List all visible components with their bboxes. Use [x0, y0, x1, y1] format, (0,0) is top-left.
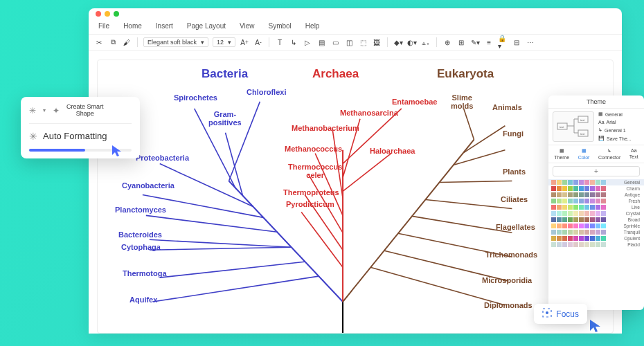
color-swatch[interactable]	[551, 236, 556, 241]
color-swatch[interactable]	[601, 224, 606, 228]
pointer-tool-icon[interactable]: ▷	[303, 37, 312, 47]
color-swatch[interactable]	[568, 180, 573, 185]
color-swatch[interactable]	[562, 230, 567, 235]
smart-shape-icon[interactable]: ✦	[53, 106, 60, 116]
color-swatch[interactable]	[573, 236, 578, 241]
lock-icon[interactable]: 🔒▾	[498, 37, 508, 47]
color-swatch[interactable]	[590, 211, 595, 216]
palette-row[interactable]: Crystal	[548, 210, 644, 217]
color-swatch[interactable]	[590, 186, 595, 191]
color-swatch[interactable]	[562, 236, 567, 241]
zoom-icon[interactable]: ⊕	[442, 37, 452, 47]
color-swatch[interactable]	[568, 199, 573, 203]
color-swatch[interactable]	[562, 242, 567, 247]
palette-row[interactable]: General	[548, 179, 644, 185]
color-swatch[interactable]	[584, 236, 589, 241]
leaf-thermotoga[interactable]: Thermotoga	[123, 269, 167, 277]
line-style-icon[interactable]: ✎▾	[470, 37, 480, 47]
leaf-animals[interactable]: Animals	[492, 103, 522, 111]
leaf-planctomyces[interactable]: Planctomyces	[115, 206, 166, 214]
color-swatch[interactable]	[568, 211, 573, 216]
color-swatch[interactable]	[568, 224, 573, 228]
color-swatch[interactable]	[551, 180, 556, 185]
color-swatch[interactable]	[579, 205, 584, 210]
color-swatch[interactable]	[579, 224, 584, 228]
leaf-entamoebae[interactable]: Entamoebae	[392, 98, 437, 106]
color-swatch[interactable]	[573, 180, 578, 185]
leaf-bacteroides[interactable]: Bacteroides	[118, 230, 162, 239]
color-swatch[interactable]	[601, 205, 606, 210]
palette-row[interactable]: Live	[548, 204, 644, 210]
align-icon[interactable]: ≡	[484, 37, 494, 47]
leaf-diplomonads[interactable]: Diplomonads	[484, 301, 533, 309]
color-swatch[interactable]	[596, 230, 600, 235]
leaf-proteobacteria[interactable]: Proteobacteria	[136, 154, 189, 162]
color-swatch[interactable]	[568, 236, 573, 241]
color-swatch[interactable]	[601, 217, 606, 222]
theme-opt-save[interactable]: 💾Save The...	[598, 136, 632, 141]
layers-icon[interactable]: ▤	[316, 37, 326, 47]
fill-color-icon[interactable]: ◆▾	[393, 37, 403, 47]
color-swatch[interactable]	[601, 211, 606, 216]
menu-home[interactable]: Home	[123, 22, 142, 30]
shape-tool-icon[interactable]: ▭	[330, 37, 340, 47]
palette-row[interactable]: Placid	[548, 242, 644, 248]
color-swatch[interactable]	[590, 192, 595, 197]
color-swatch[interactable]	[584, 224, 589, 228]
color-swatch[interactable]	[596, 186, 600, 191]
copy-icon[interactable]: ⧉	[108, 37, 118, 47]
theme-opt-general[interactable]: ▦General	[598, 111, 632, 117]
crop-icon[interactable]: ⟁▾	[421, 37, 431, 47]
leaf-aquifex[interactable]: Aquifex	[129, 295, 157, 304]
leaf-slime-molds[interactable]: Slime molds	[451, 93, 473, 110]
color-swatch[interactable]	[596, 217, 600, 222]
color-swatch[interactable]	[568, 230, 573, 235]
color-swatch[interactable]	[584, 180, 589, 185]
color-swatch[interactable]	[568, 217, 573, 222]
menu-view[interactable]: View	[240, 22, 255, 30]
color-swatch[interactable]	[590, 205, 595, 210]
palette-row[interactable]: Tranquil	[548, 229, 644, 235]
group-icon[interactable]: ⊟	[512, 37, 521, 47]
color-swatch[interactable]	[579, 211, 584, 216]
color-swatch[interactable]	[584, 217, 589, 222]
color-swatch[interactable]	[551, 242, 556, 247]
palette-row[interactable]: Antique	[548, 192, 644, 198]
minimize-window-button[interactable]	[105, 11, 110, 17]
shape-style-icon[interactable]: ◫	[344, 37, 354, 47]
color-swatch[interactable]	[584, 199, 589, 203]
color-swatch[interactable]	[596, 236, 600, 241]
color-swatch[interactable]	[601, 242, 606, 247]
theme-preview[interactable]: texttexttext	[553, 111, 594, 142]
color-swatch[interactable]	[590, 236, 595, 241]
leaf-microsporidia[interactable]: Microsporidia	[482, 276, 532, 284]
color-swatch[interactable]	[584, 242, 589, 247]
color-swatch[interactable]	[551, 230, 556, 235]
color-swatch[interactable]	[590, 230, 595, 235]
color-swatch[interactable]	[573, 217, 578, 222]
leaf-methanosarcina[interactable]: Methanosarcina	[340, 109, 398, 117]
color-swatch[interactable]	[579, 242, 584, 247]
color-swatch[interactable]	[551, 205, 556, 210]
color-swatch[interactable]	[568, 242, 573, 247]
text-annotation-icon[interactable]: ⬚	[358, 37, 368, 47]
theme-tab-color[interactable]: ▦Color	[578, 148, 590, 160]
color-swatch[interactable]	[596, 224, 600, 228]
color-swatch[interactable]	[568, 186, 573, 191]
color-swatch[interactable]	[562, 199, 567, 203]
color-swatch[interactable]	[557, 236, 562, 241]
palette-row[interactable]: Sprinkle	[548, 223, 644, 229]
color-swatch[interactable]	[590, 242, 595, 247]
text-tool-icon[interactable]: T	[275, 37, 285, 47]
color-swatch[interactable]	[584, 205, 589, 210]
color-swatch[interactable]	[590, 224, 595, 228]
leaf-plants[interactable]: Plants	[503, 167, 526, 176]
menu-file[interactable]: File	[98, 22, 109, 30]
color-swatch[interactable]	[590, 180, 595, 185]
color-swatch[interactable]	[562, 224, 567, 228]
color-swatch[interactable]	[557, 230, 562, 235]
leaf-flagellates[interactable]: Flagellates	[496, 223, 535, 231]
theme-tab-text[interactable]: AaText	[629, 148, 638, 160]
more-tools-icon[interactable]: ⋯	[526, 37, 535, 47]
color-swatch[interactable]	[601, 180, 606, 185]
